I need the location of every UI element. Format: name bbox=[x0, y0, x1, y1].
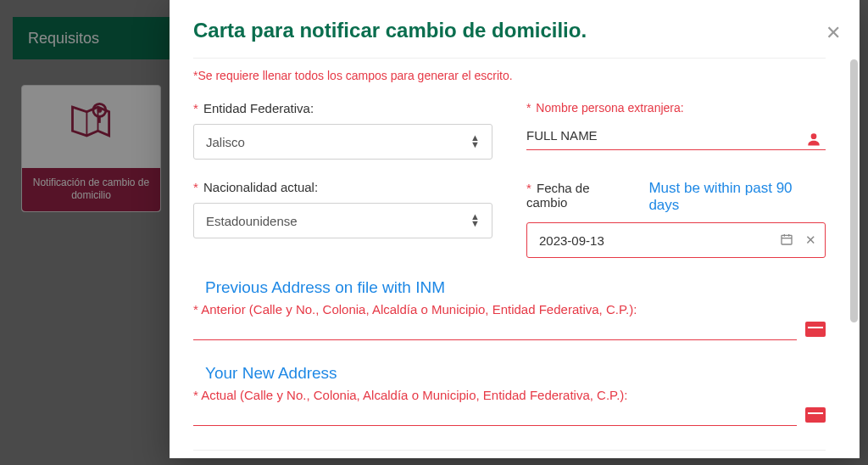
row-entidad-nombre: * Entidad Federativa: Jalisco ▲▼ * Nombr… bbox=[193, 101, 826, 160]
annotation-prev-address: Previous Address on file with INM bbox=[205, 278, 826, 297]
scrollbar[interactable] bbox=[850, 59, 858, 322]
col-nombre: * Nombre persona extranjera: bbox=[526, 101, 826, 160]
select-entidad-value: Jalisco bbox=[206, 135, 245, 149]
svg-rect-10 bbox=[808, 327, 823, 328]
asterisk: * bbox=[526, 101, 531, 115]
row-actual bbox=[193, 407, 826, 426]
svg-rect-5 bbox=[782, 235, 792, 244]
col-fecha: * Fecha de cambio Must be within past 90… bbox=[526, 180, 826, 258]
input-fecha[interactable]: 2023-09-13 ✕ bbox=[526, 222, 826, 258]
chevron-updown-icon: ▲▼ bbox=[470, 135, 480, 148]
input-anterior[interactable] bbox=[193, 322, 797, 340]
svg-point-4 bbox=[811, 133, 817, 139]
address-card-icon bbox=[805, 322, 826, 340]
asterisk: * bbox=[193, 180, 198, 194]
clear-date-icon[interactable]: ✕ bbox=[805, 232, 816, 249]
label-nombre: * Nombre persona extranjera: bbox=[526, 101, 826, 115]
annotation-date-hint: Must be within past 90 days bbox=[648, 180, 826, 214]
col-nacionalidad: * Nacionalidad actual: Estadounidense ▲▼ bbox=[193, 180, 492, 258]
asterisk: * bbox=[526, 181, 531, 195]
row-anterior bbox=[193, 322, 826, 340]
divider bbox=[193, 58, 826, 59]
label-nacionalidad-text: Nacionalidad actual: bbox=[203, 180, 318, 194]
date-controls: ✕ bbox=[780, 232, 816, 249]
modal-dialog: ✕ Carta para notificar cambio de domicil… bbox=[170, 0, 860, 458]
asterisk: * bbox=[193, 101, 198, 115]
block-previous-address: Previous Address on file with INM * Ante… bbox=[193, 278, 826, 340]
block-new-address: Your New Address * Actual (Calle y No., … bbox=[193, 364, 826, 426]
modal-body: Carta para notificar cambio de domicilio… bbox=[170, 0, 860, 458]
fecha-value: 2023-09-13 bbox=[539, 233, 604, 248]
label-entidad: * Entidad Federativa: bbox=[193, 101, 492, 115]
select-nacionalidad-value: Estadounidense bbox=[206, 214, 298, 228]
input-actual[interactable] bbox=[193, 407, 797, 426]
label-actual: * Actual (Calle y No., Colonia, Alcaldía… bbox=[193, 388, 826, 402]
col-entidad: * Entidad Federativa: Jalisco ▲▼ bbox=[193, 101, 492, 160]
chevron-updown-icon: ▲▼ bbox=[470, 214, 480, 227]
select-nacionalidad[interactable]: Estadounidense ▲▼ bbox=[193, 203, 492, 238]
calendar-icon[interactable] bbox=[780, 232, 793, 249]
label-fecha: * Fecha de cambio bbox=[526, 181, 633, 210]
close-icon[interactable]: ✕ bbox=[826, 24, 841, 42]
label-nombre-text: Nombre persona extranjera: bbox=[536, 101, 683, 115]
label-entidad-text: Entidad Federativa: bbox=[203, 101, 314, 115]
row-nacionalidad-fecha: * Nacionalidad actual: Estadounidense ▲▼… bbox=[193, 180, 826, 258]
captcha-row: eepT YS2pT ys2 * Código Captcha bbox=[193, 450, 826, 458]
modal-title: Carta para notificar cambio de domicilio… bbox=[193, 19, 826, 42]
required-note: *Se requiere llenar todos los campos par… bbox=[193, 69, 826, 82]
input-nombre[interactable] bbox=[526, 123, 826, 150]
address-card-icon bbox=[805, 407, 826, 426]
label-fecha-text: Fecha de cambio bbox=[526, 181, 590, 210]
svg-rect-12 bbox=[808, 412, 823, 414]
label-anterior: * Anterior (Calle y No., Colonia, Alcald… bbox=[193, 302, 826, 317]
select-entidad[interactable]: Jalisco ▲▼ bbox=[193, 124, 492, 160]
annotation-new-address: Your New Address bbox=[205, 364, 826, 383]
svg-rect-11 bbox=[805, 407, 826, 423]
label-nacionalidad: * Nacionalidad actual: bbox=[193, 180, 492, 194]
svg-rect-9 bbox=[805, 322, 826, 337]
person-icon bbox=[805, 131, 822, 151]
